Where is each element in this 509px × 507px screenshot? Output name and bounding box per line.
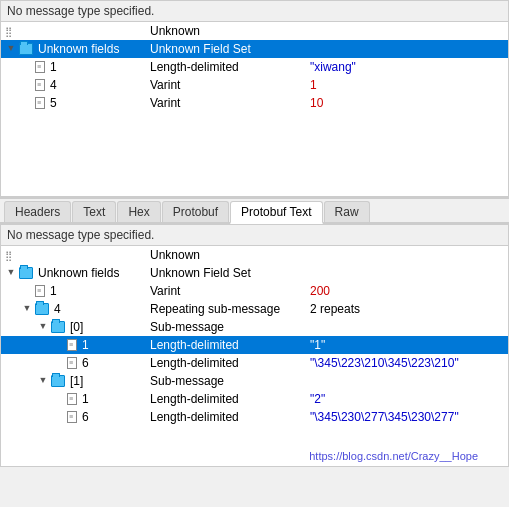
- tree-cell-label: ▼Unknown fields: [1, 40, 146, 58]
- tree-cell-label: ⣿: [1, 246, 146, 264]
- folder-icon: [19, 43, 33, 55]
- expand-icon[interactable]: ▼: [5, 43, 17, 55]
- tree-cell-value: 200: [306, 282, 508, 300]
- tree-row[interactable]: ▼4Repeating sub-message2 repeats: [1, 300, 508, 318]
- doc-icon: [35, 285, 45, 297]
- tree-cell-label: ⣿: [1, 22, 146, 40]
- folder-icon: [51, 321, 65, 333]
- tree-row[interactable]: ▼Unknown fieldsUnknown Field Set: [1, 40, 508, 58]
- tab-protobuf[interactable]: Protobuf: [162, 201, 229, 222]
- tree-cell-value: "\345\223\210\345\223\210": [306, 354, 508, 372]
- tree-cell-value: [306, 372, 508, 390]
- doc-icon: [67, 339, 77, 351]
- expand-icon[interactable]: ▼: [5, 267, 17, 279]
- drag-handle-icon: ⣿: [5, 26, 12, 37]
- tree-cell-value: [306, 40, 508, 58]
- tree-cell-type: Length-delimited: [146, 408, 306, 426]
- tree-label-text: 1: [50, 284, 57, 298]
- folder-icon: [51, 375, 65, 387]
- tree-cell-value: "2": [306, 390, 508, 408]
- tree-label-text: Unknown fields: [38, 42, 119, 56]
- tree-row[interactable]: 1Varint200: [1, 282, 508, 300]
- tab-bar: HeadersTextHexProtobufProtobuf TextRaw: [0, 198, 509, 224]
- tab-raw[interactable]: Raw: [324, 201, 370, 222]
- tree-label-text: [0]: [70, 320, 83, 334]
- doc-icon: [35, 97, 45, 109]
- tree-label-text: Unknown fields: [38, 266, 119, 280]
- tree-cell-value: 2 repeats: [306, 300, 508, 318]
- tree-cell-value: 1: [306, 76, 508, 94]
- tree-cell-label: ▼Unknown fields: [1, 264, 146, 282]
- tree-cell-type: Unknown Field Set: [146, 40, 306, 58]
- tree-label-text: 1: [50, 60, 57, 74]
- tree-row[interactable]: 1Length-delimited"1": [1, 336, 508, 354]
- bottom-panel: No message type specified. ⣿Unknown▼Unkn…: [0, 224, 509, 467]
- expand-icon[interactable]: ▼: [37, 375, 49, 387]
- tree-row[interactable]: 6Length-delimited"\345\230\277\345\230\2…: [1, 408, 508, 426]
- tree-cell-type: Length-delimited: [146, 390, 306, 408]
- expand-icon[interactable]: ▼: [21, 303, 33, 315]
- tree-row[interactable]: 4Varint1: [1, 76, 508, 94]
- doc-icon: [67, 357, 77, 369]
- tree-cell-type: Unknown: [146, 22, 306, 40]
- folder-icon: [35, 303, 49, 315]
- drag-handle-icon: ⣿: [5, 250, 12, 261]
- tree-row[interactable]: ▼[0]Sub-message: [1, 318, 508, 336]
- tree-cell-label: 1: [1, 282, 146, 300]
- tree-cell-value: "xiwang": [306, 58, 508, 76]
- top-message: No message type specified.: [1, 1, 508, 22]
- tree-cell-label: 4: [1, 76, 146, 94]
- doc-icon: [67, 393, 77, 405]
- tree-row[interactable]: 1Length-delimited"2": [1, 390, 508, 408]
- tree-row[interactable]: ⣿Unknown: [1, 246, 508, 264]
- tree-cell-label: ▼4: [1, 300, 146, 318]
- tree-label-text: [1]: [70, 374, 83, 388]
- tree-label-text: 6: [82, 410, 89, 424]
- tree-label-text: 4: [54, 302, 61, 316]
- bottom-message: No message type specified.: [1, 225, 508, 246]
- bottom-tree-panel[interactable]: ⣿Unknown▼Unknown fieldsUnknown Field Set…: [1, 246, 508, 466]
- tree-cell-label: 1: [1, 58, 146, 76]
- tree-cell-label: 5: [1, 94, 146, 112]
- tree-cell-label: 1: [1, 390, 146, 408]
- tree-row[interactable]: 6Length-delimited"\345\223\210\345\223\2…: [1, 354, 508, 372]
- tree-label-text: 4: [50, 78, 57, 92]
- tree-row[interactable]: 1Length-delimited"xiwang": [1, 58, 508, 76]
- tree-cell-value: [306, 264, 508, 282]
- tree-cell-type: Varint: [146, 94, 306, 112]
- tree-cell-value: [306, 318, 508, 336]
- top-tree-table: ⣿Unknown▼Unknown fieldsUnknown Field Set…: [1, 22, 508, 112]
- tab-hex[interactable]: Hex: [117, 201, 160, 222]
- tree-cell-label: ▼[1]: [1, 372, 146, 390]
- top-panel: No message type specified. ⣿Unknown▼Unkn…: [0, 0, 509, 198]
- tree-cell-type: Length-delimited: [146, 58, 306, 76]
- tab-headers[interactable]: Headers: [4, 201, 71, 222]
- tree-row[interactable]: 5Varint10: [1, 94, 508, 112]
- tree-label-text: 1: [82, 392, 89, 406]
- expand-icon[interactable]: ▼: [37, 321, 49, 333]
- tree-row[interactable]: ⣿Unknown: [1, 22, 508, 40]
- doc-icon: [35, 61, 45, 73]
- tree-row[interactable]: ▼Unknown fieldsUnknown Field Set: [1, 264, 508, 282]
- tree-cell-type: Repeating sub-message: [146, 300, 306, 318]
- tree-cell-value: "1": [306, 336, 508, 354]
- tree-cell-label: ▼[0]: [1, 318, 146, 336]
- tree-cell-label: 6: [1, 408, 146, 426]
- tree-label-text: 6: [82, 356, 89, 370]
- tree-row[interactable]: ▼[1]Sub-message: [1, 372, 508, 390]
- bottom-tree-table: ⣿Unknown▼Unknown fieldsUnknown Field Set…: [1, 246, 508, 426]
- tree-cell-type: Varint: [146, 76, 306, 94]
- tree-cell-value: [306, 22, 508, 40]
- tree-label-text: 5: [50, 96, 57, 110]
- watermark: https://blog.csdn.net/Crazy__Hope: [309, 450, 478, 462]
- tab-text[interactable]: Text: [72, 201, 116, 222]
- doc-icon: [67, 411, 77, 423]
- tree-cell-type: Unknown: [146, 246, 306, 264]
- tree-cell-label: 1: [1, 336, 146, 354]
- tree-cell-type: Sub-message: [146, 372, 306, 390]
- tree-cell-value: "\345\230\277\345\230\277": [306, 408, 508, 426]
- top-tree-panel[interactable]: ⣿Unknown▼Unknown fieldsUnknown Field Set…: [1, 22, 508, 197]
- doc-icon: [35, 79, 45, 91]
- tree-cell-value: 10: [306, 94, 508, 112]
- tab-protobuf-text[interactable]: Protobuf Text: [230, 201, 323, 224]
